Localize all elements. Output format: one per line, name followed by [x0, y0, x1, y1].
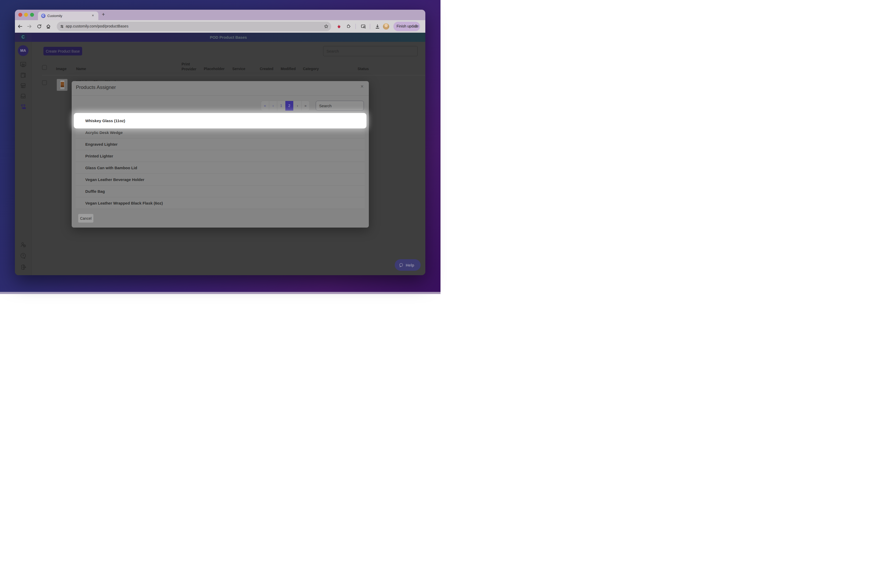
product-thumbnail[interactable] [57, 79, 68, 91]
strawberry-extension-icon[interactable] [336, 24, 342, 29]
dock-strip [0, 292, 440, 294]
column-header-placeholder: Placeholder [204, 67, 224, 71]
help-widget-button[interactable]: Help [395, 259, 420, 271]
desktop-background: C Customily × + app.customily.com/pod/pr… [0, 0, 440, 294]
pod-tshirt-icon[interactable]: POD [20, 103, 27, 110]
product-list: Whiskey Glass (11oz) Acrylic Desk Wedge … [76, 115, 365, 209]
column-header-print-provider: Print Provider [182, 62, 198, 72]
column-header-status: Status [357, 67, 369, 71]
modal-close-icon[interactable]: × [359, 83, 365, 90]
select-all-checkbox[interactable] [42, 65, 47, 70]
browser-tab[interactable]: C Customily × [38, 12, 98, 20]
list-item[interactable]: Vegan Leather Beverage Holder [76, 174, 365, 186]
modal-search-input[interactable] [316, 101, 364, 111]
pagination-first-button[interactable]: « [261, 101, 269, 111]
column-header-name: Name [76, 67, 86, 71]
browser-toolbar: app.customily.com/pod/productBases Finis… [15, 20, 425, 33]
inbox-icon[interactable] [20, 93, 27, 100]
help-bubble-icon[interactable]: ? [20, 252, 27, 260]
forward-icon[interactable] [27, 24, 32, 29]
search-tabs-icon[interactable] [361, 24, 366, 29]
url-text[interactable]: app.customily.com/pod/productBases [66, 24, 128, 28]
reload-icon[interactable] [37, 24, 42, 29]
pagination-prev-button[interactable]: ‹ [269, 101, 277, 111]
sidebar: MA POD ? [15, 42, 32, 275]
list-item[interactable]: Glass Can with Bamboo Lid [76, 162, 365, 174]
logo-block: C [15, 33, 32, 42]
column-header-service: Service [232, 67, 245, 71]
finish-update-button[interactable]: Finish update ⋮ [393, 22, 420, 31]
toolbar-divider [356, 24, 356, 29]
minimize-window-button[interactable] [24, 13, 28, 17]
site-settings-icon[interactable] [59, 24, 65, 29]
new-tab-button[interactable]: + [102, 11, 105, 18]
customily-favicon-icon: C [41, 14, 45, 18]
products-assigner-modal: Products Assigner × « ‹ 1 2 › » Whiskey … [72, 81, 369, 228]
list-item[interactable]: Duffle Bag [76, 186, 365, 197]
page-content: C POD Product Bases MA POD ? Create Prod… [15, 33, 425, 275]
templates-icon[interactable] [20, 72, 27, 79]
close-window-button[interactable] [18, 13, 22, 17]
zoom-window-button[interactable] [30, 13, 34, 17]
toolbar-divider [370, 24, 370, 29]
design-editor-icon[interactable] [20, 61, 27, 68]
back-icon[interactable] [17, 24, 23, 29]
column-header-created: Created [260, 67, 273, 71]
pagination-next-button[interactable]: › [293, 101, 301, 111]
extensions-puzzle-icon[interactable] [346, 24, 351, 29]
pagination-page-1-button[interactable]: 1 [277, 101, 285, 111]
browser-menu-icon[interactable]: ⋮ [414, 24, 418, 28]
home-icon[interactable] [46, 24, 51, 29]
pod-badge-label: POD [23, 108, 26, 109]
list-item-highlighted[interactable]: Whiskey Glass (11oz) [76, 115, 365, 127]
column-header-image: Image [56, 67, 66, 71]
browser-window: C Customily × + app.customily.com/pod/pr… [15, 10, 425, 275]
page-search-input[interactable] [323, 46, 418, 56]
store-icon[interactable] [20, 82, 27, 89]
modal-title: Products Assigner [76, 84, 116, 90]
page-title: POD Product Bases [32, 33, 425, 42]
customily-logo-icon[interactable]: C [20, 33, 27, 41]
whiskey-glass-image [60, 81, 65, 89]
column-header-category: Category [303, 67, 319, 71]
table-divider [42, 75, 425, 75]
logout-door-icon[interactable] [20, 264, 27, 271]
help-widget-label: Help [406, 263, 414, 267]
pagination-last-button[interactable]: » [301, 101, 309, 111]
cancel-button[interactable]: Cancel [78, 214, 93, 223]
pagination: « ‹ 1 2 › » [261, 101, 310, 111]
app-header: C POD Product Bases [15, 33, 425, 42]
row-checkbox[interactable] [42, 80, 47, 85]
pagination-page-2-button-active[interactable]: 2 [285, 101, 293, 111]
help-bubble-glyph: ? [22, 254, 24, 257]
browser-tabbar: C Customily × + [15, 10, 425, 20]
tab-close-icon[interactable]: × [92, 14, 94, 18]
column-header-modified: Modified [281, 67, 296, 71]
profile-avatar[interactable] [383, 23, 389, 30]
chat-bubble-icon [399, 262, 404, 268]
download-icon[interactable] [375, 24, 380, 29]
account-settings-icon[interactable] [20, 241, 27, 248]
list-item[interactable]: Engraved Lighter [76, 138, 365, 150]
user-avatar-initials[interactable]: MA [18, 45, 29, 56]
list-item[interactable]: Printed Lighter [76, 150, 365, 162]
create-product-base-button[interactable]: Create Product Base [44, 47, 82, 56]
tab-title: Customily [47, 14, 62, 18]
list-item[interactable]: Vegan Leather Wrapped Black Flask (6oz) [76, 197, 365, 209]
bookmark-star-icon[interactable] [324, 24, 329, 29]
url-bar[interactable]: app.customily.com/pod/productBases [57, 22, 331, 31]
